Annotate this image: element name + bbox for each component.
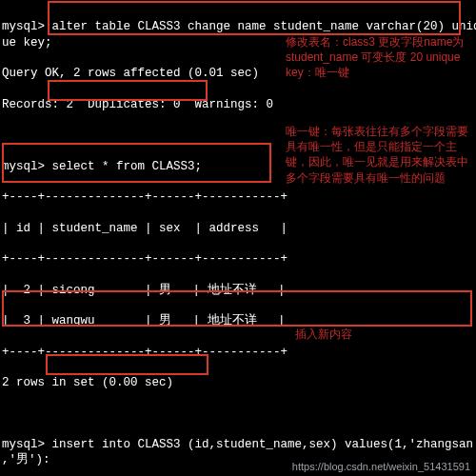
annotation-1: 修改表名：class3 更改字段name为student_name 可变长度 2… [286,34,471,81]
table-border: +----+--------------+------+-----------+ [2,189,474,205]
select-command-1: select * from CLASS3; [52,160,203,173]
rows-count: 2 rows in set (0.00 sec) [2,375,474,390]
table-border: +----+--------------+------+-----------+ [2,345,474,360]
table-border: +----+--------------+------+-----------+ [2,251,474,267]
table-header: | id | student_name | sex | address | [2,221,474,236]
table-row: | 2 | sicong | 男 | 地址不详 | [2,283,474,298]
watermark: https://blog.csdn.net/weixin_51431591 [292,460,470,473]
alter-records: Records: 2 Duplicates: 0 Warnings: 0 [2,97,474,112]
annotation-3: 插入新内容 [295,327,428,342]
annotation-2: 唯一键：每张表往往有多个字段需要具有唯一性，但是只能指定一个主键，因此，唯一见就… [286,124,471,186]
prompt: mysql> [2,160,52,173]
